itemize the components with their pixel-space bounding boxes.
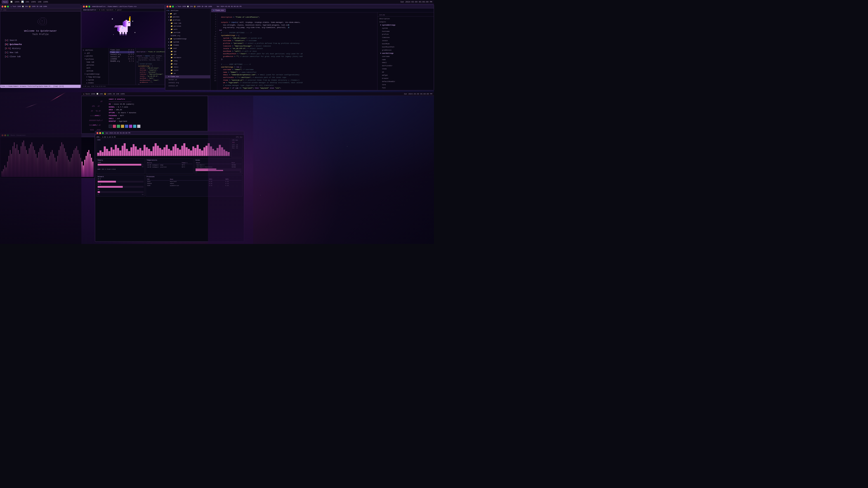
qb-link-close-tab[interactable]: [x] Close tab xyxy=(5,55,76,59)
sysmon-min-btn[interactable] xyxy=(99,132,101,134)
code-editor-titlebar: ⬥ Tech 100% 🔲 20% 🔱 100% 2B 10B 100% Sat… xyxy=(165,5,434,8)
code-tree-flake-nix[interactable]: ❄ flake.nix xyxy=(165,75,210,78)
outline-hostname[interactable]: hostname xyxy=(377,30,434,33)
code-tree-homelab[interactable]: 📁 home lab xyxy=(165,22,210,25)
code-max-btn[interactable] xyxy=(172,6,174,7)
outline-font[interactable]: font xyxy=(377,87,434,90)
code-min-btn[interactable] xyxy=(169,6,171,7)
topbar: Tech 🔲 100% 📊 20% 100% 10B 100% Sat 2024… xyxy=(0,0,434,4)
code-tree-worklab[interactable]: 📁 worklab xyxy=(165,31,210,34)
fm-tree-git[interactable]: .git xyxy=(82,52,108,55)
fm-file-install-sh[interactable]: install.sh 2.53 K xyxy=(110,56,134,58)
code-editor-title: ⬥ Tech 100% 🔲 20% 🔱 100% 2B 10B 100% Sat… xyxy=(176,6,241,7)
topbar-mem-val: 20% xyxy=(26,1,29,3)
close-btn[interactable] xyxy=(2,6,3,7)
outline-theme[interactable]: theme xyxy=(377,68,434,71)
code-tree-lang[interactable]: 📁 lang xyxy=(165,59,210,63)
sysmon-close-btn[interactable] xyxy=(96,132,98,134)
fm-tree-system-settings[interactable]: systemSettings xyxy=(82,73,108,76)
max-btn[interactable] xyxy=(7,6,9,7)
fm-close-btn[interactable] xyxy=(83,6,85,7)
fm-tree-work[interactable]: work xyxy=(82,67,108,70)
code-tree-system[interactable]: ▶ 📁 system xyxy=(165,41,210,44)
outline-term[interactable]: term xyxy=(377,84,434,87)
code-tree-dotfiles[interactable]: ▼ ❄ .dotfiles xyxy=(165,9,210,12)
fm-min-btn[interactable] xyxy=(86,6,88,7)
fm-file-license[interactable]: LICENSE 34.2 K xyxy=(110,58,134,60)
fm-tree-themes[interactable]: themes xyxy=(82,82,108,85)
code-tree-harden[interactable]: harden.sh xyxy=(165,78,210,82)
code-tree-user[interactable]: ▼ 📁 user xyxy=(165,47,210,50)
qb-link-quickmarks[interactable]: [b] Quickmarks xyxy=(5,42,76,46)
outline-wmtype[interactable]: wmType xyxy=(377,74,434,77)
outline-timezone[interactable]: timezone xyxy=(377,36,434,39)
outline-system-settings[interactable]: ▼ systemSettings xyxy=(377,24,434,27)
cpu-bar xyxy=(199,149,201,156)
outline-username[interactable]: username xyxy=(377,55,434,58)
fm-file-readme[interactable]: README.org 8.7 K xyxy=(110,60,134,62)
code-tree-app[interactable]: 📁 app xyxy=(165,50,210,53)
outline-user-settings[interactable]: ▼ userSettings xyxy=(377,52,434,55)
cpu-bar xyxy=(108,151,110,156)
fm-tree-temp[interactable]: Temp-Settings xyxy=(82,76,108,78)
code-tree-shell[interactable]: 📁 shell xyxy=(165,66,210,69)
outline-profile[interactable]: profile xyxy=(377,33,434,36)
code-tree-personal[interactable]: 📁 personal xyxy=(165,25,210,28)
fm-tree-patches[interactable]: patches xyxy=(82,55,108,58)
outline-defaultroam[interactable]: defaultRoamDir xyxy=(377,80,434,84)
code-tree-wm2[interactable]: 📁 wm xyxy=(165,72,210,75)
fm-tree-system[interactable]: system xyxy=(82,78,108,82)
outline-name[interactable]: name xyxy=(377,58,434,61)
code-tree-install-sh[interactable]: install.sh xyxy=(165,85,210,88)
outline-description[interactable]: description xyxy=(377,18,434,21)
code-tab-flake[interactable]: ❄ flake.nix xyxy=(211,9,226,12)
fm-tree-profiles[interactable]: profiles xyxy=(82,58,108,61)
fm-max-btn[interactable] xyxy=(88,6,90,7)
fm-tree-homelab[interactable]: home lab xyxy=(82,61,108,64)
fm-files-panel: flake.lock 27.5 K flake.nix 2.26 K insta… xyxy=(109,48,135,85)
code-tree-pkgs[interactable]: 📁 pkgs xyxy=(165,63,210,66)
outline-email[interactable]: email xyxy=(377,61,434,64)
cpu-bar xyxy=(115,145,117,156)
cpu-bar xyxy=(128,151,130,156)
code-tree-patches[interactable]: ▶ 📁 patches xyxy=(165,15,210,19)
outline-browser[interactable]: browser xyxy=(377,77,434,80)
outline-outputs[interactable]: outputs xyxy=(377,21,434,24)
min-btn[interactable] xyxy=(4,6,6,7)
cpu-bar xyxy=(194,148,196,156)
code-tree-themes[interactable]: ▶ 📁 themes xyxy=(165,44,210,47)
code-tree-work[interactable]: 📁 work xyxy=(165,28,210,31)
outline-locale[interactable]: locale xyxy=(377,39,434,42)
fm-file-flake-nix[interactable]: flake.nix 2.26 K xyxy=(110,51,134,53)
code-tree-profiles[interactable]: ▼ 📁 profiles xyxy=(165,19,210,22)
code-tree-hardware[interactable]: 📁 hardware xyxy=(165,56,210,59)
outline-bootmode[interactable]: bootMode xyxy=(377,42,434,46)
outline-wm[interactable]: wm xyxy=(377,71,434,74)
svg-rect-24 xyxy=(120,26,121,27)
code-tree-install-org[interactable]: install.org xyxy=(165,81,210,85)
code-tree-style[interactable]: 📁 style xyxy=(165,69,210,72)
fm-file-flake-lock[interactable]: flake.lock 27.5 K xyxy=(110,49,134,51)
outline-dotfilesdir[interactable]: dotfilesDir xyxy=(377,64,434,68)
qb-link-search[interactable]: [o] Search xyxy=(5,38,76,42)
cpu-bar xyxy=(155,143,157,156)
code-tree-gtk2[interactable]: 📁 gtk xyxy=(165,53,210,56)
qb-link-history[interactable]: [S h] History xyxy=(5,46,76,51)
outline-fontpkg[interactable]: fontPkg xyxy=(377,90,434,90)
fm-file-install-org[interactable]: install.org 10.6 K xyxy=(110,53,134,56)
outline-grub[interactable]: grubDevice xyxy=(377,49,434,52)
neofetch-info: emmet @ snowfire OS : nixos 24.05 (uakar… xyxy=(109,98,206,135)
code-tree-syssettings[interactable]: ▶ 📁 systemSettings xyxy=(165,37,210,41)
outline-bootmount[interactable]: bootMountPath xyxy=(377,46,434,49)
code-close-btn[interactable] xyxy=(166,6,168,7)
cpu-bar xyxy=(135,147,137,156)
outline-system[interactable]: system xyxy=(377,27,434,30)
fm-tree-personal[interactable]: personal xyxy=(82,64,108,67)
sysmon-max-btn[interactable] xyxy=(102,132,104,134)
workspace-tag[interactable]: Tech xyxy=(2,0,8,3)
qb-link-new-tab[interactable]: [t] New tab xyxy=(5,51,76,55)
fm-tree-dotfiles[interactable]: .dotfiles xyxy=(82,49,108,52)
fm-tree-worklab[interactable]: worklab xyxy=(82,70,108,72)
code-tree-git[interactable]: ▶ 📁 .git xyxy=(165,12,210,15)
code-tree-readme-p[interactable]: README.org xyxy=(165,34,210,37)
